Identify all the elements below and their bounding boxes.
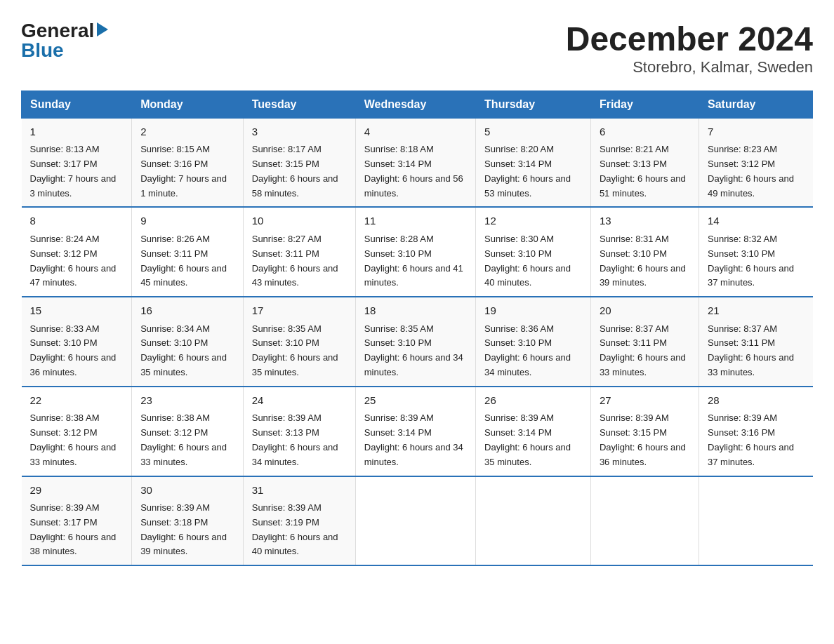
calendar-cell: 15 Sunrise: 8:33 AMSunset: 3:10 PMDaylig…	[22, 297, 132, 387]
calendar-cell: 25 Sunrise: 8:39 AMSunset: 3:14 PMDaylig…	[355, 387, 475, 476]
day-number: 17	[252, 303, 347, 319]
day-info: Sunrise: 8:39 AMSunset: 3:18 PMDaylight:…	[140, 502, 227, 556]
day-number: 14	[708, 213, 804, 229]
day-info: Sunrise: 8:39 AMSunset: 3:19 PMDaylight:…	[252, 502, 338, 556]
calendar-cell: 28 Sunrise: 8:39 AMSunset: 3:16 PMDaylig…	[699, 387, 813, 476]
day-number: 31	[252, 483, 347, 499]
day-number: 11	[364, 213, 467, 229]
day-number: 12	[484, 213, 582, 229]
day-number: 8	[30, 213, 124, 229]
day-info: Sunrise: 8:39 AMSunset: 3:13 PMDaylight:…	[252, 412, 338, 467]
day-number: 21	[708, 303, 804, 319]
day-info: Sunrise: 8:34 AMSunset: 3:10 PMDaylight:…	[140, 323, 227, 377]
calendar-cell: 9 Sunrise: 8:26 AMSunset: 3:11 PMDayligh…	[132, 207, 244, 297]
calendar-cell	[699, 476, 813, 566]
header-friday: Friday	[590, 90, 699, 118]
calendar-cell: 19 Sunrise: 8:36 AMSunset: 3:10 PMDaylig…	[476, 297, 591, 387]
day-number: 20	[600, 303, 690, 319]
day-number: 30	[140, 483, 234, 499]
calendar-cell: 1 Sunrise: 8:13 AMSunset: 3:17 PMDayligh…	[22, 118, 132, 207]
day-number: 19	[484, 303, 582, 319]
day-number: 10	[252, 213, 347, 229]
header-saturday: Saturday	[699, 90, 813, 118]
day-number: 5	[484, 124, 582, 140]
day-number: 1	[30, 124, 124, 140]
day-info: Sunrise: 8:35 AMSunset: 3:10 PMDaylight:…	[252, 323, 338, 377]
calendar-cell: 18 Sunrise: 8:35 AMSunset: 3:10 PMDaylig…	[355, 297, 475, 387]
day-info: Sunrise: 8:36 AMSunset: 3:10 PMDaylight:…	[484, 323, 571, 377]
calendar-cell: 12 Sunrise: 8:30 AMSunset: 3:10 PMDaylig…	[476, 207, 591, 297]
calendar-cell: 10 Sunrise: 8:27 AMSunset: 3:11 PMDaylig…	[243, 207, 355, 297]
day-info: Sunrise: 8:38 AMSunset: 3:12 PMDaylight:…	[140, 412, 227, 467]
day-info: Sunrise: 8:23 AMSunset: 3:12 PMDaylight:…	[708, 144, 794, 198]
day-number: 13	[600, 213, 690, 229]
day-number: 28	[708, 393, 804, 409]
logo: General Blue	[21, 21, 108, 60]
logo-arrow-icon	[97, 22, 108, 36]
day-number: 4	[364, 124, 467, 140]
day-info: Sunrise: 8:32 AMSunset: 3:10 PMDaylight:…	[708, 234, 794, 288]
header-sunday: Sunday	[22, 90, 132, 118]
calendar-week-row: 1 Sunrise: 8:13 AMSunset: 3:17 PMDayligh…	[22, 118, 813, 207]
day-info: Sunrise: 8:35 AMSunset: 3:10 PMDaylight:…	[364, 323, 463, 377]
day-info: Sunrise: 8:28 AMSunset: 3:10 PMDaylight:…	[364, 234, 463, 288]
day-info: Sunrise: 8:39 AMSunset: 3:15 PMDaylight:…	[600, 412, 686, 467]
calendar-cell: 29 Sunrise: 8:39 AMSunset: 3:17 PMDaylig…	[22, 476, 132, 566]
calendar-cell: 27 Sunrise: 8:39 AMSunset: 3:15 PMDaylig…	[590, 387, 699, 476]
day-info: Sunrise: 8:30 AMSunset: 3:10 PMDaylight:…	[484, 234, 571, 288]
day-number: 9	[140, 213, 234, 229]
day-number: 29	[30, 483, 124, 499]
day-number: 15	[30, 303, 124, 319]
day-info: Sunrise: 8:20 AMSunset: 3:14 PMDaylight:…	[484, 144, 571, 198]
calendar-header-row: SundayMondayTuesdayWednesdayThursdayFrid…	[22, 90, 813, 118]
day-number: 18	[364, 303, 467, 319]
calendar-cell: 14 Sunrise: 8:32 AMSunset: 3:10 PMDaylig…	[699, 207, 813, 297]
day-number: 22	[30, 393, 124, 409]
day-info: Sunrise: 8:17 AMSunset: 3:15 PMDaylight:…	[252, 144, 338, 198]
calendar-cell: 22 Sunrise: 8:38 AMSunset: 3:12 PMDaylig…	[22, 387, 132, 476]
calendar-cell: 23 Sunrise: 8:38 AMSunset: 3:12 PMDaylig…	[132, 387, 244, 476]
calendar-cell: 3 Sunrise: 8:17 AMSunset: 3:15 PMDayligh…	[243, 118, 355, 207]
calendar-cell	[355, 476, 475, 566]
day-number: 2	[140, 124, 234, 140]
calendar-cell	[590, 476, 699, 566]
day-info: Sunrise: 8:38 AMSunset: 3:12 PMDaylight:…	[30, 412, 117, 467]
calendar-cell: 20 Sunrise: 8:37 AMSunset: 3:11 PMDaylig…	[590, 297, 699, 387]
day-info: Sunrise: 8:37 AMSunset: 3:11 PMDaylight:…	[600, 323, 686, 377]
calendar-week-row: 8 Sunrise: 8:24 AMSunset: 3:12 PMDayligh…	[22, 207, 813, 297]
day-number: 27	[600, 393, 690, 409]
header-tuesday: Tuesday	[243, 90, 355, 118]
day-number: 24	[252, 393, 347, 409]
calendar-cell: 5 Sunrise: 8:20 AMSunset: 3:14 PMDayligh…	[476, 118, 591, 207]
day-info: Sunrise: 8:15 AMSunset: 3:16 PMDaylight:…	[140, 144, 227, 198]
logo-general-text: General	[21, 21, 94, 41]
day-info: Sunrise: 8:39 AMSunset: 3:16 PMDaylight:…	[708, 412, 794, 467]
day-info: Sunrise: 8:39 AMSunset: 3:14 PMDaylight:…	[364, 412, 463, 467]
page-header: General Blue December 2024 Storebro, Kal…	[21, 21, 813, 76]
day-number: 16	[140, 303, 234, 319]
header-thursday: Thursday	[476, 90, 591, 118]
calendar-cell: 16 Sunrise: 8:34 AMSunset: 3:10 PMDaylig…	[132, 297, 244, 387]
day-info: Sunrise: 8:39 AMSunset: 3:14 PMDaylight:…	[484, 412, 571, 467]
calendar-cell: 8 Sunrise: 8:24 AMSunset: 3:12 PMDayligh…	[22, 207, 132, 297]
calendar-cell: 26 Sunrise: 8:39 AMSunset: 3:14 PMDaylig…	[476, 387, 591, 476]
day-info: Sunrise: 8:21 AMSunset: 3:13 PMDaylight:…	[600, 144, 686, 198]
calendar-table: SundayMondayTuesdayWednesdayThursdayFrid…	[21, 90, 813, 566]
calendar-cell: 30 Sunrise: 8:39 AMSunset: 3:18 PMDaylig…	[132, 476, 244, 566]
day-number: 25	[364, 393, 467, 409]
day-number: 6	[600, 124, 690, 140]
day-number: 26	[484, 393, 582, 409]
day-number: 7	[708, 124, 804, 140]
calendar-cell: 13 Sunrise: 8:31 AMSunset: 3:10 PMDaylig…	[590, 207, 699, 297]
day-number: 3	[252, 124, 347, 140]
calendar-cell: 24 Sunrise: 8:39 AMSunset: 3:13 PMDaylig…	[243, 387, 355, 476]
page-subtitle: Storebro, Kalmar, Sweden	[566, 58, 813, 76]
logo-blue-text: Blue	[21, 41, 64, 60]
title-block: December 2024 Storebro, Kalmar, Sweden	[566, 21, 813, 76]
calendar-week-row: 22 Sunrise: 8:38 AMSunset: 3:12 PMDaylig…	[22, 387, 813, 476]
calendar-cell	[476, 476, 591, 566]
calendar-cell: 11 Sunrise: 8:28 AMSunset: 3:10 PMDaylig…	[355, 207, 475, 297]
day-info: Sunrise: 8:18 AMSunset: 3:14 PMDaylight:…	[364, 144, 463, 198]
page-title: December 2024	[566, 21, 813, 58]
calendar-cell: 21 Sunrise: 8:37 AMSunset: 3:11 PMDaylig…	[699, 297, 813, 387]
